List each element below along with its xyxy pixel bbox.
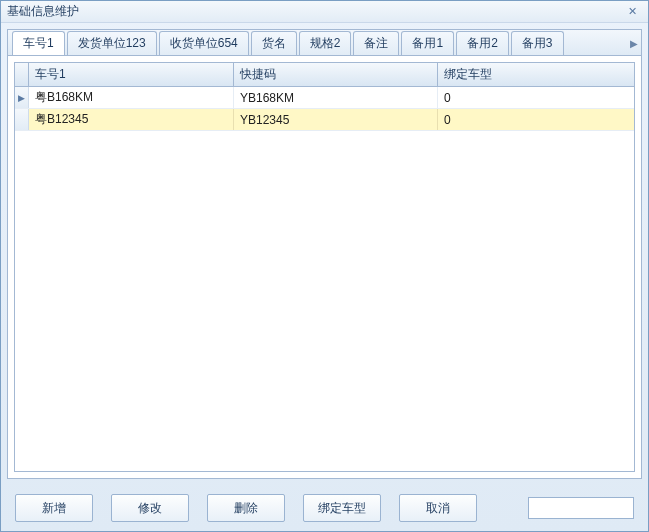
content-panel: ◀ 车号1发货单位123收货单位654货名规格2备注备用1备用2备用3 ▶ 车号… — [7, 29, 642, 479]
cell[interactable]: 0 — [438, 87, 634, 108]
bind-type-button[interactable]: 绑定车型 — [303, 494, 381, 522]
tab-scroll-right-icon[interactable]: ▶ — [627, 31, 641, 55]
tabstrip: ◀ 车号1发货单位123收货单位654货名规格2备注备用1备用2备用3 ▶ — [8, 30, 641, 56]
add-button[interactable]: 新增 — [15, 494, 93, 522]
tab-7[interactable]: 备用2 — [456, 31, 509, 55]
grid-body[interactable]: ▶粤B168KMYB168KM0粤B12345YB123450 — [15, 87, 634, 471]
window-title: 基础信息维护 — [7, 3, 622, 20]
delete-button[interactable]: 删除 — [207, 494, 285, 522]
data-grid: 车号1 快捷码 绑定车型 ▶粤B168KMYB168KM0粤B12345YB12… — [14, 62, 635, 472]
tab-1[interactable]: 发货单位123 — [67, 31, 157, 55]
titlebar: 基础信息维护 ✕ — [1, 1, 648, 23]
tab-5[interactable]: 备注 — [353, 31, 399, 55]
cell[interactable]: YB168KM — [234, 87, 438, 108]
cell[interactable]: 0 — [438, 109, 634, 130]
row-indicator-header — [15, 63, 29, 86]
cell[interactable]: 粤B168KM — [29, 87, 234, 108]
cancel-button[interactable]: 取消 — [399, 494, 477, 522]
cell[interactable]: 粤B12345 — [29, 109, 234, 130]
column-header[interactable]: 快捷码 — [234, 63, 438, 86]
search-input[interactable] — [528, 497, 634, 519]
row-indicator-icon: ▶ — [15, 87, 29, 108]
row-indicator-icon — [15, 109, 29, 130]
table-row[interactable]: ▶粤B168KMYB168KM0 — [15, 87, 634, 109]
table-row[interactable]: 粤B12345YB123450 — [15, 109, 634, 131]
close-icon[interactable]: ✕ — [622, 5, 642, 19]
footer: 新增 修改 删除 绑定车型 取消 — [1, 485, 648, 531]
window: 基础信息维护 ✕ ◀ 车号1发货单位123收货单位654货名规格2备注备用1备用… — [0, 0, 649, 532]
tab-8[interactable]: 备用3 — [511, 31, 564, 55]
tab-0[interactable]: 车号1 — [12, 31, 65, 55]
column-header[interactable]: 绑定车型 — [438, 63, 634, 86]
tab-6[interactable]: 备用1 — [401, 31, 454, 55]
cell[interactable]: YB12345 — [234, 109, 438, 130]
edit-button[interactable]: 修改 — [111, 494, 189, 522]
tab-3[interactable]: 货名 — [251, 31, 297, 55]
grid-header: 车号1 快捷码 绑定车型 — [15, 63, 634, 87]
column-header[interactable]: 车号1 — [29, 63, 234, 86]
tab-4[interactable]: 规格2 — [299, 31, 352, 55]
tab-2[interactable]: 收货单位654 — [159, 31, 249, 55]
